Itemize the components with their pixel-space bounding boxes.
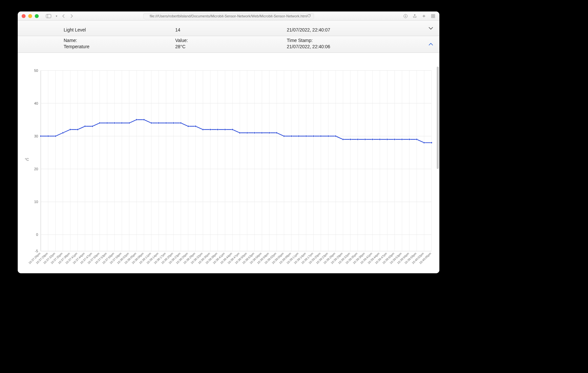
svg-point-125 bbox=[387, 139, 388, 140]
svg-point-112 bbox=[291, 135, 292, 137]
reload-icon[interactable] bbox=[307, 13, 311, 19]
name-label: Name: bbox=[64, 37, 175, 44]
svg-text:0: 0 bbox=[36, 233, 38, 237]
page-content: Name: Light Level Value: 14 Time Stamp: … bbox=[18, 21, 439, 273]
svg-point-127 bbox=[401, 139, 403, 140]
toolbar-left: ▾ bbox=[45, 13, 74, 19]
svg-text:°C: °C bbox=[25, 157, 29, 161]
back-button[interactable] bbox=[61, 13, 67, 19]
svg-point-131 bbox=[431, 142, 432, 144]
chevron-down-icon[interactable]: ▾ bbox=[54, 14, 59, 18]
svg-point-120 bbox=[349, 139, 351, 140]
ts-value: 21/07/2022, 22:40:06 bbox=[287, 44, 439, 50]
svg-point-114 bbox=[305, 135, 307, 137]
svg-point-119 bbox=[342, 139, 344, 140]
window-controls bbox=[22, 14, 39, 18]
svg-point-90 bbox=[128, 122, 130, 124]
svg-point-102 bbox=[217, 129, 219, 131]
svg-rect-3 bbox=[431, 14, 433, 16]
svg-text:40: 40 bbox=[34, 101, 38, 105]
svg-point-88 bbox=[114, 122, 115, 124]
svg-point-110 bbox=[276, 132, 278, 134]
ts-value: 21/07/2022, 22:40:07 bbox=[287, 27, 439, 33]
svg-point-105 bbox=[239, 132, 241, 134]
svg-point-126 bbox=[394, 139, 395, 140]
svg-point-98 bbox=[187, 126, 189, 127]
svg-point-79 bbox=[47, 135, 49, 137]
svg-point-100 bbox=[202, 129, 204, 131]
scrollbar[interactable] bbox=[437, 67, 439, 271]
svg-point-117 bbox=[327, 135, 329, 137]
svg-point-109 bbox=[268, 132, 270, 134]
svg-rect-5 bbox=[431, 16, 433, 18]
svg-point-111 bbox=[283, 135, 285, 137]
svg-point-81 bbox=[62, 132, 64, 134]
svg-point-95 bbox=[165, 122, 167, 124]
svg-point-97 bbox=[180, 122, 182, 124]
svg-point-130 bbox=[423, 142, 425, 144]
svg-text:50: 50 bbox=[34, 69, 38, 73]
minimize-window-button[interactable] bbox=[28, 14, 32, 18]
svg-point-116 bbox=[320, 135, 322, 137]
svg-point-92 bbox=[143, 119, 145, 121]
svg-point-121 bbox=[357, 139, 359, 140]
svg-point-104 bbox=[232, 129, 233, 131]
svg-text:-5: -5 bbox=[35, 249, 38, 253]
svg-point-80 bbox=[55, 135, 56, 137]
tabs-overview-icon[interactable] bbox=[431, 14, 435, 18]
svg-point-115 bbox=[313, 135, 314, 137]
svg-point-86 bbox=[99, 122, 101, 124]
svg-point-84 bbox=[84, 126, 86, 127]
svg-point-106 bbox=[246, 132, 248, 134]
svg-text:10: 10 bbox=[34, 200, 38, 204]
value-value: 14 bbox=[175, 27, 287, 33]
temperature-chart: -501020304050°C10:37:26pm10:37:29pm10:37… bbox=[18, 65, 439, 273]
value-label: Value: bbox=[175, 37, 287, 44]
svg-point-89 bbox=[121, 122, 123, 124]
svg-point-87 bbox=[106, 122, 108, 124]
svg-point-93 bbox=[151, 122, 152, 124]
chevron-down-icon[interactable] bbox=[428, 25, 433, 31]
svg-point-113 bbox=[298, 135, 300, 137]
svg-point-122 bbox=[364, 139, 366, 140]
svg-point-99 bbox=[195, 126, 197, 127]
svg-point-108 bbox=[261, 132, 263, 134]
close-window-button[interactable] bbox=[22, 14, 26, 18]
svg-point-91 bbox=[136, 119, 137, 121]
svg-rect-4 bbox=[433, 14, 435, 16]
chevron-up-icon[interactable] bbox=[428, 41, 433, 47]
share-icon[interactable] bbox=[412, 14, 417, 18]
sensor-panel-temperature[interactable]: Name: Temperature Value: 28°C Time Stamp… bbox=[18, 36, 439, 53]
svg-point-94 bbox=[158, 122, 159, 124]
forward-button[interactable] bbox=[69, 13, 74, 19]
name-value: Temperature bbox=[64, 44, 175, 50]
value-value: 28°C bbox=[175, 44, 287, 50]
svg-point-118 bbox=[335, 135, 336, 137]
ts-label: Time Stamp: bbox=[287, 37, 439, 44]
maximize-window-button[interactable] bbox=[35, 14, 39, 18]
svg-point-123 bbox=[372, 139, 373, 140]
svg-point-124 bbox=[379, 139, 381, 140]
name-value: Light Level bbox=[64, 27, 175, 33]
svg-point-96 bbox=[173, 122, 174, 124]
svg-text:20: 20 bbox=[34, 167, 38, 171]
svg-rect-6 bbox=[433, 16, 435, 18]
svg-point-78 bbox=[40, 135, 42, 137]
download-icon[interactable] bbox=[403, 14, 408, 18]
svg-point-83 bbox=[77, 129, 78, 131]
svg-text:30: 30 bbox=[34, 134, 38, 138]
toolbar-right bbox=[403, 14, 435, 18]
sensor-panel-light[interactable]: Name: Light Level Value: 14 Time Stamp: … bbox=[18, 21, 439, 36]
new-tab-icon[interactable] bbox=[422, 14, 426, 18]
svg-point-101 bbox=[210, 129, 211, 131]
svg-point-129 bbox=[416, 139, 418, 140]
svg-point-85 bbox=[92, 126, 93, 127]
scrollbar-thumb[interactable] bbox=[437, 67, 439, 169]
svg-point-103 bbox=[224, 129, 226, 131]
sidebar-toggle-icon[interactable] bbox=[45, 13, 52, 19]
svg-rect-0 bbox=[46, 14, 51, 18]
url-text: file:///Users/robertbilsland/Documents/M… bbox=[150, 14, 307, 18]
svg-point-128 bbox=[409, 139, 410, 140]
svg-point-82 bbox=[70, 129, 71, 131]
address-bar[interactable]: file:///Users/robertbilsland/Documents/M… bbox=[143, 13, 314, 19]
